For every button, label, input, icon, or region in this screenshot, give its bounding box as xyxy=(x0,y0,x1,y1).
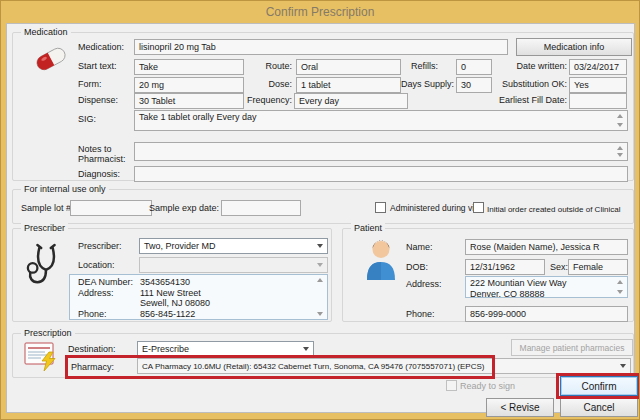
internal-use-legend: For internal use only xyxy=(21,184,109,195)
frequency-field[interactable]: Every day xyxy=(294,93,408,109)
spinner-up-icon[interactable] xyxy=(617,146,623,150)
prescriber-address-label: Address: xyxy=(78,288,140,299)
patient-group-legend: Patient xyxy=(351,223,385,234)
sig-box[interactable]: Take 1 tablet orally Every day xyxy=(134,110,628,131)
patient-address-box[interactable]: 222 Mountian View Way Denver, CO 88888 xyxy=(465,276,628,298)
notes-to-pharmacist-box[interactable] xyxy=(134,142,628,161)
confirm-button[interactable]: Confirm xyxy=(560,376,638,396)
patient-address-line2: Denver, CO 88888 xyxy=(470,289,623,299)
pill-icon xyxy=(33,45,69,73)
pharmacy-combobox-value: CA Pharmacy 10.6MU (Retail): 65432 Caber… xyxy=(142,362,484,371)
dispense-label: Dispense: xyxy=(78,95,118,106)
prescriber-combobox[interactable]: Two, Provider MD xyxy=(139,238,328,254)
spinner-down-icon[interactable] xyxy=(317,312,323,316)
prescriber-phone-label: Phone: xyxy=(78,309,140,320)
chevron-down-icon xyxy=(303,347,309,351)
notes-to-pharmacist-label-2: Pharmacist: xyxy=(78,154,126,165)
stethoscope-icon xyxy=(25,242,67,292)
prescriber-group-legend: Prescriber xyxy=(21,223,68,234)
patient-address-line1: 222 Mountian View Way xyxy=(470,278,623,289)
eprescribe-icon xyxy=(23,341,59,373)
prescription-group: Prescription Destination: E-Prescribe Ma… xyxy=(12,333,634,378)
ready-to-sign-label: Ready to sign xyxy=(460,381,515,392)
chevron-down-icon xyxy=(620,364,626,368)
ready-to-sign-checkbox xyxy=(446,380,457,391)
substitution-ok-field[interactable]: Yes xyxy=(569,77,627,93)
pharmacy-label: Pharmacy: xyxy=(71,362,114,373)
dea-number-label: DEA Number: xyxy=(78,277,140,288)
window-title: Confirm Prescription xyxy=(1,1,639,23)
administered-during-visit-checkbox[interactable] xyxy=(375,202,386,213)
diagnosis-label: Diagnosis: xyxy=(78,169,120,180)
form-field[interactable]: 20 mg xyxy=(134,77,244,93)
sample-exp-date-field[interactable] xyxy=(221,200,301,216)
prescriber-group: Prescriber Prescriber: Two, Provider MD … xyxy=(12,228,332,322)
administered-during-visit-label: Administered during visit xyxy=(390,203,483,214)
internal-use-group: For internal use only Sample lot #: Samp… xyxy=(12,189,634,224)
medication-label: Medication: xyxy=(78,42,124,53)
chevron-down-icon xyxy=(317,244,323,248)
sig-text: Take 1 tablet orally Every day xyxy=(139,112,257,122)
refills-label: Refills: xyxy=(411,61,438,72)
sig-label: SIG: xyxy=(78,114,96,125)
dose-label: Dose: xyxy=(246,79,292,90)
dialog-body: Medication Medication: lisinopril 20 mg … xyxy=(6,23,635,413)
diagnosis-field[interactable] xyxy=(134,166,628,182)
patient-phone-label: Phone: xyxy=(406,309,435,320)
spinner-up-icon[interactable] xyxy=(617,280,623,284)
earliest-fill-date-field[interactable] xyxy=(569,93,627,109)
patient-group: Patient Name: Rose (Maiden Name), Jessic… xyxy=(342,228,634,322)
medication-group-legend: Medication xyxy=(21,27,71,38)
prescriber-label: Prescriber: xyxy=(78,241,122,252)
sex-field[interactable]: Female xyxy=(568,259,628,275)
destination-label: Destination: xyxy=(68,344,116,355)
route-field[interactable]: Oral xyxy=(296,59,401,75)
dose-field[interactable]: 1 tablet xyxy=(296,77,401,93)
dob-label: DOB: xyxy=(406,262,428,273)
destination-combobox-value: E-Prescribe xyxy=(142,344,189,354)
medication-field[interactable]: lisinopril 20 mg Tab xyxy=(134,39,508,55)
spinner-down-icon[interactable] xyxy=(617,153,623,157)
prescriber-combobox-value: Two, Provider MD xyxy=(144,241,216,251)
date-written-label: Date written: xyxy=(485,61,567,72)
patient-phone-field[interactable]: 856-999-0000 xyxy=(465,306,628,322)
prescriber-address-line2: Sewell, NJ 08080 xyxy=(140,298,210,308)
revise-button[interactable]: < Revise xyxy=(486,398,554,417)
initial-order-checkbox[interactable] xyxy=(473,202,484,213)
prescription-group-legend: Prescription xyxy=(21,328,75,339)
spinner-up-icon[interactable] xyxy=(617,114,623,118)
spinner-down-icon[interactable] xyxy=(617,290,623,294)
substitution-ok-label: Substitution OK: xyxy=(485,79,567,90)
frequency-label: Frequency: xyxy=(238,95,292,106)
patient-name-field[interactable]: Rose (Maiden Name), Jessica R xyxy=(465,239,628,255)
initial-order-label: Initial order created outside of Clinica… xyxy=(487,204,620,215)
days-supply-label: Days Supply: xyxy=(394,79,454,90)
spinner-down-icon[interactable] xyxy=(617,123,623,127)
location-label: Location: xyxy=(78,260,115,271)
sample-exp-date-label: Sample exp date: xyxy=(147,203,219,214)
prescriber-details-box[interactable]: DEA Number:3543654130 Address:111 New St… xyxy=(69,274,328,320)
medication-group: Medication Medication: lisinopril 20 mg … xyxy=(12,32,634,181)
patient-name-label: Name: xyxy=(406,242,433,253)
prescriber-address-line1: 111 New Street xyxy=(140,288,201,298)
dispense-field[interactable]: 30 Tablet xyxy=(134,93,244,109)
sex-label: Sex: xyxy=(550,262,568,273)
form-label: Form: xyxy=(78,79,102,90)
spinner-up-icon[interactable] xyxy=(317,278,323,282)
start-text-label: Start text: xyxy=(78,61,117,72)
confirm-prescription-window: Confirm Prescription Medication Medicati… xyxy=(0,0,640,420)
start-text-field[interactable]: Take xyxy=(134,59,244,75)
route-label: Route: xyxy=(246,61,292,72)
patient-address-label: Address: xyxy=(406,279,442,290)
sample-lot-field[interactable] xyxy=(70,200,152,216)
medication-info-button[interactable]: Medication info xyxy=(516,38,632,56)
patient-avatar-icon xyxy=(363,237,399,281)
manage-patient-pharmacies-button: Manage patient pharmacies xyxy=(511,339,633,356)
cancel-button[interactable]: Cancel xyxy=(560,398,638,417)
prescriber-phone-value: 856-845-1122 xyxy=(140,309,195,319)
date-written-field[interactable]: 03/24/2017 xyxy=(569,59,627,75)
dob-field[interactable]: 12/31/1962 xyxy=(465,259,545,275)
destination-combobox[interactable]: E-Prescribe xyxy=(137,341,314,357)
pharmacy-combobox[interactable]: CA Pharmacy 10.6MU (Retail): 65432 Caber… xyxy=(137,358,631,374)
location-combobox xyxy=(139,257,328,273)
